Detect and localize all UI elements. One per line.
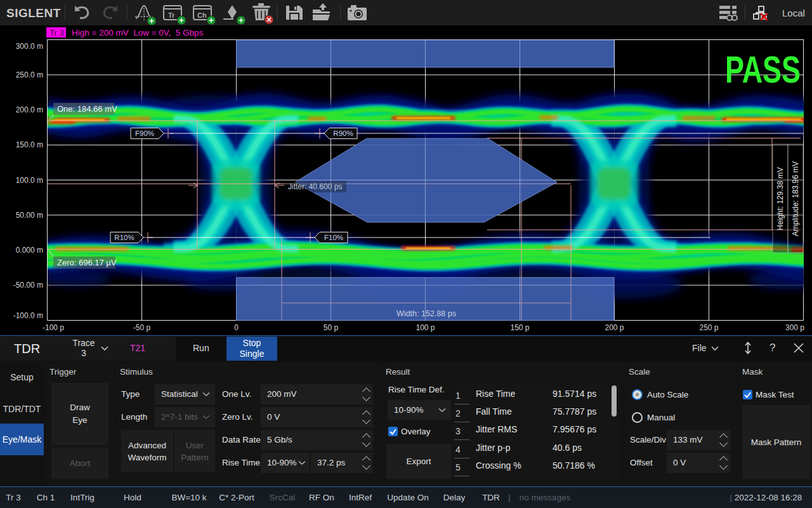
svg-text:Tr 3: Tr 3 <box>49 28 64 37</box>
svg-text:200.0 m: 200.0 m <box>16 105 43 114</box>
svg-text:F90%: F90% <box>135 130 154 137</box>
svg-text:PASS: PASS <box>725 49 801 91</box>
svg-text:300 p: 300 p <box>785 323 804 332</box>
svg-text:R10%: R10% <box>114 234 134 241</box>
svg-text:-50.00 m: -50.00 m <box>13 281 43 290</box>
svg-text:-50 p: -50 p <box>133 323 151 332</box>
svg-text:-100 p: -100 p <box>43 323 64 332</box>
svg-text:50 p: 50 p <box>324 323 339 332</box>
svg-text:High = 200 mV Low = 0V, 5 Gb: High = 200 mV Low = 0V, 5 Gbps <box>72 28 204 37</box>
svg-text:Height: 129.38 mV: Height: 129.38 mV <box>776 167 785 230</box>
svg-text:Ch: Ch <box>197 11 207 19</box>
svg-text:-100.0 m: -100.0 m <box>13 311 43 320</box>
svg-text:0.000 m: 0.000 m <box>16 246 43 255</box>
svg-text:150.0 m: 150.0 m <box>16 140 43 149</box>
svg-text:Width: 152.88 ps: Width: 152.88 ps <box>396 309 456 318</box>
svg-text:0: 0 <box>234 323 239 332</box>
svg-text:R90%: R90% <box>333 130 353 137</box>
svg-text:300.0 m: 300.0 m <box>16 42 43 51</box>
svg-text:250 p: 250 p <box>699 323 718 332</box>
svg-text:Amplitude: 183.96 mV: Amplitude: 183.96 mV <box>791 161 800 236</box>
svg-text:200 p: 200 p <box>605 323 624 332</box>
svg-text:100.0 m: 100.0 m <box>16 176 43 185</box>
svg-text:One: 184.66 mV: One: 184.66 mV <box>57 104 117 114</box>
svg-text:Zero: 696.17 µV: Zero: 696.17 µV <box>57 258 117 267</box>
svg-text:150 p: 150 p <box>510 323 529 332</box>
svg-text:Tr: Tr <box>168 11 175 19</box>
svg-text:50.00 m: 50.00 m <box>16 211 43 220</box>
svg-text:250.0 m: 250.0 m <box>16 70 43 79</box>
svg-text:SIGLENT: SIGLENT <box>6 6 61 20</box>
svg-text:100 p: 100 p <box>416 323 435 332</box>
svg-text:Local: Local <box>782 8 805 18</box>
svg-text:F10%: F10% <box>324 234 343 241</box>
svg-text:Jitter: 40.600 ps: Jitter: 40.600 ps <box>288 182 342 191</box>
